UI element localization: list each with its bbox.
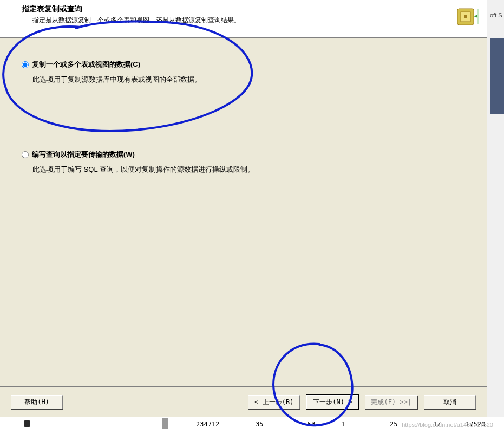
radio-write-query-input[interactable] (22, 151, 29, 158)
option-write-query: 编写查询以指定要传输的数据(W) 此选项用于编写 SQL 查询，以便对复制操作的… (22, 150, 465, 174)
radio-write-query-label: 编写查询以指定要传输的数据(W) (32, 150, 135, 159)
background-dark-panel (490, 38, 504, 114)
taskbar-icon (24, 420, 30, 427)
radio-copy-tables-label: 复制一个或多个表或视图的数据(C) (32, 60, 140, 69)
radio-write-query[interactable]: 编写查询以指定要传输的数据(W) (22, 150, 465, 159)
next-button[interactable]: 下一步(N) > (306, 395, 358, 409)
radio-copy-tables-desc: 此选项用于复制源数据库中现有表或视图的全部数据。 (32, 75, 465, 85)
cancel-button[interactable]: 取消 (424, 395, 476, 409)
button-bar: 帮助(H) < 上一步(B) 下一步(N) > 完成(F) >>| 取消 (0, 386, 487, 417)
wizard-icon (453, 3, 479, 29)
wizard-dialog: 指定表复制或查询 指定是从数据源复制一个或多个表和视图，还是从数据源复制查询结果… (0, 0, 487, 417)
option-copy-tables: 复制一个或多个表或视图的数据(C) 此选项用于复制源数据库中现有表或视图的全部数… (22, 60, 465, 85)
page-subtitle: 指定是从数据源复制一个或多个表和视图，还是从数据源复制查询结果。 (32, 16, 476, 25)
help-button[interactable]: 帮助(H) (11, 395, 63, 409)
back-button[interactable]: < 上一步(B) (248, 395, 300, 409)
radio-copy-tables-input[interactable] (22, 61, 29, 68)
radio-copy-tables[interactable]: 复制一个或多个表或视图的数据(C) (22, 60, 465, 69)
status-col2: 35 (256, 420, 263, 428)
status-col5: 25 (390, 420, 397, 428)
radio-write-query-desc: 此选项用于编写 SQL 查询，以便对复制操作的源数据进行操纵或限制。 (32, 165, 465, 174)
status-col3: 53 (307, 420, 315, 428)
wizard-content: 复制一个或多个表或视图的数据(C) 此选项用于复制源数据库中现有表或视图的全部数… (0, 38, 487, 386)
taskbar-fragment (162, 418, 189, 429)
page-title: 指定表复制或查询 (22, 4, 476, 14)
svg-rect-2 (464, 15, 467, 18)
watermark: https://blog.csdn.net/a1439717520 (402, 422, 493, 428)
status-col1: 234712 (196, 420, 219, 428)
background-corner-text: oft S (490, 12, 502, 18)
status-col4: 1 (341, 420, 345, 428)
finish-button: 完成(F) >>| (365, 395, 417, 409)
svg-rect-3 (477, 9, 479, 24)
wizard-header: 指定表复制或查询 指定是从数据源复制一个或多个表和视图，还是从数据源复制查询结果… (0, 0, 487, 38)
